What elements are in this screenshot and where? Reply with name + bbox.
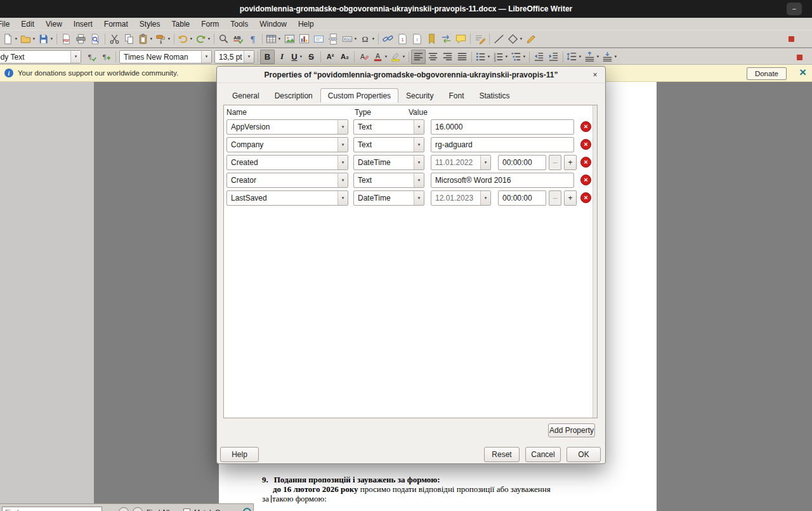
property-plus-button[interactable]: + bbox=[564, 155, 577, 170]
delete-property-button[interactable]: × bbox=[580, 175, 591, 185]
reset-button[interactable]: Reset bbox=[484, 447, 520, 462]
chevron-down-icon[interactable]: ▾ bbox=[596, 54, 600, 59]
align-right-button[interactable] bbox=[440, 50, 455, 64]
chevron-down-icon[interactable]: ▾ bbox=[578, 54, 582, 59]
property-type-combo[interactable]: Text▾ bbox=[353, 173, 424, 188]
property-name-combo[interactable]: LastSaved▾ bbox=[226, 190, 348, 206]
strikethrough-button[interactable]: S bbox=[304, 50, 318, 64]
menu-styles[interactable]: Styles bbox=[134, 18, 166, 30]
chevron-down-icon[interactable]: ▾ bbox=[244, 51, 254, 63]
property-type-combo[interactable]: Text▾ bbox=[353, 119, 424, 135]
donate-button[interactable]: Donate bbox=[747, 67, 787, 80]
find-option-icon[interactable] bbox=[243, 508, 251, 511]
find-next-button[interactable]: ▾ bbox=[133, 507, 143, 511]
property-name-combo[interactable]: Created▾ bbox=[226, 155, 348, 170]
open-button[interactable]: ▾ bbox=[19, 32, 37, 46]
save-button[interactable]: ▾ bbox=[37, 32, 55, 46]
chevron-down-icon[interactable]: ▾ bbox=[70, 51, 81, 63]
match-case-checkbox[interactable] bbox=[183, 508, 190, 511]
property-time-input[interactable]: 00:00:00 bbox=[498, 190, 546, 206]
property-name-combo[interactable]: Company▾ bbox=[226, 137, 348, 152]
spelling-button[interactable] bbox=[231, 32, 246, 46]
properties-scrollbar[interactable] bbox=[593, 105, 597, 418]
chevron-down-icon[interactable]: ▾ bbox=[32, 36, 36, 41]
tab-font[interactable]: Font bbox=[441, 88, 471, 103]
formatting-marks-button[interactable] bbox=[246, 32, 260, 46]
align-center-button[interactable] bbox=[426, 50, 440, 64]
chevron-down-icon[interactable]: ▾ bbox=[201, 51, 211, 63]
infobar-close-icon[interactable]: × bbox=[799, 65, 806, 79]
property-type-combo[interactable]: DateTime▾ bbox=[353, 190, 424, 206]
chevron-down-icon[interactable]: ▾ bbox=[337, 120, 348, 134]
menu-edit[interactable]: Edit bbox=[15, 18, 40, 30]
justify-button[interactable] bbox=[455, 50, 469, 64]
font-name-combo[interactable]: Times New Roman ▾ bbox=[119, 50, 212, 63]
menu-format[interactable]: Format bbox=[98, 18, 134, 30]
chevron-down-icon[interactable]: ▾ bbox=[353, 36, 358, 41]
menu-table[interactable]: Table bbox=[166, 18, 196, 30]
chevron-down-icon[interactable]: ▾ bbox=[299, 54, 303, 59]
chevron-down-icon[interactable]: ▾ bbox=[384, 54, 388, 59]
italic-button[interactable]: I bbox=[275, 50, 289, 64]
undo-button[interactable]: ▾ bbox=[176, 32, 194, 46]
insert-textbox-button[interactable] bbox=[311, 32, 326, 46]
chevron-down-icon[interactable]: ▾ bbox=[337, 173, 348, 187]
increase-paragraph-spacing-button[interactable]: ▾ bbox=[583, 50, 601, 64]
property-date-combo[interactable]: 12.01.2023▾ bbox=[431, 190, 491, 206]
property-date-combo[interactable]: 11.01.2022▾ bbox=[431, 155, 491, 170]
insert-endnote-button[interactable] bbox=[410, 32, 424, 46]
print-button[interactable] bbox=[74, 32, 88, 46]
export-pdf-button[interactable] bbox=[59, 32, 74, 46]
align-left-button[interactable] bbox=[411, 50, 426, 64]
insert-bookmark-button[interactable] bbox=[424, 32, 439, 46]
chevron-down-icon[interactable]: ▾ bbox=[414, 191, 424, 205]
find-all-button[interactable]: Find All bbox=[147, 508, 169, 511]
new-document-button[interactable]: ▾ bbox=[1, 32, 19, 46]
print-preview-button[interactable] bbox=[88, 32, 103, 46]
chevron-down-icon[interactable]: ▾ bbox=[504, 54, 509, 59]
help-button[interactable]: Help bbox=[220, 447, 259, 462]
menu-view[interactable]: View bbox=[40, 18, 68, 30]
ordered-list-button[interactable]: ▾ bbox=[492, 50, 509, 64]
tab-description[interactable]: Description bbox=[267, 88, 320, 103]
cut-button[interactable] bbox=[107, 32, 122, 46]
font-size-combo[interactable]: 13,5 pt ▾ bbox=[214, 50, 254, 63]
chevron-down-icon[interactable]: ▾ bbox=[414, 156, 424, 169]
chevron-down-icon[interactable]: ▾ bbox=[149, 36, 154, 41]
chevron-down-icon[interactable]: ▾ bbox=[167, 36, 171, 41]
chevron-down-icon[interactable]: ▾ bbox=[14, 36, 18, 41]
decrease-indent-button[interactable] bbox=[532, 50, 546, 64]
insert-special-character-button[interactable]: ▾ bbox=[358, 32, 376, 46]
find-dropdown-icon[interactable]: ▾ bbox=[106, 507, 115, 511]
insert-footnote-button[interactable] bbox=[395, 32, 410, 46]
insert-chart-button[interactable] bbox=[297, 32, 311, 46]
outline-list-button[interactable]: ▾ bbox=[509, 50, 527, 64]
property-value-input[interactable]: Microsoft® Word 2016 bbox=[431, 173, 574, 188]
chevron-down-icon[interactable]: ▾ bbox=[414, 138, 424, 152]
new-style-button[interactable] bbox=[99, 50, 114, 64]
font-color-button[interactable]: ▾ bbox=[371, 50, 389, 64]
property-type-combo[interactable]: Text▾ bbox=[353, 137, 424, 152]
chevron-down-icon[interactable]: ▾ bbox=[519, 36, 523, 41]
paste-button[interactable]: ▾ bbox=[136, 32, 154, 46]
property-name-combo[interactable]: AppVersion▾ bbox=[226, 119, 348, 135]
chevron-down-icon[interactable]: ▾ bbox=[480, 191, 490, 205]
find-previous-button[interactable]: ▴ bbox=[119, 507, 129, 511]
chevron-down-icon[interactable]: ▾ bbox=[414, 120, 424, 134]
find-and-replace-button[interactable] bbox=[216, 32, 231, 46]
dialog-close-icon[interactable]: × bbox=[590, 70, 600, 80]
delete-property-button[interactable]: × bbox=[580, 192, 591, 203]
basic-shapes-button[interactable]: ▾ bbox=[506, 32, 524, 46]
chevron-down-icon[interactable]: ▾ bbox=[189, 36, 193, 41]
superscript-button[interactable]: A² bbox=[323, 50, 337, 64]
decrease-paragraph-spacing-button[interactable]: ▾ bbox=[601, 50, 619, 64]
menu-insert[interactable]: Insert bbox=[68, 18, 98, 30]
chevron-down-icon[interactable]: ▾ bbox=[337, 156, 348, 169]
property-value-input[interactable]: 16.0000 bbox=[431, 119, 574, 135]
increase-indent-button[interactable] bbox=[546, 50, 561, 64]
insert-line-button[interactable] bbox=[492, 32, 506, 46]
menu-window[interactable]: Window bbox=[254, 18, 292, 30]
tab-general[interactable]: General bbox=[225, 88, 267, 103]
unordered-list-button[interactable]: ▾ bbox=[474, 50, 492, 64]
ok-button[interactable]: OK bbox=[566, 447, 601, 462]
